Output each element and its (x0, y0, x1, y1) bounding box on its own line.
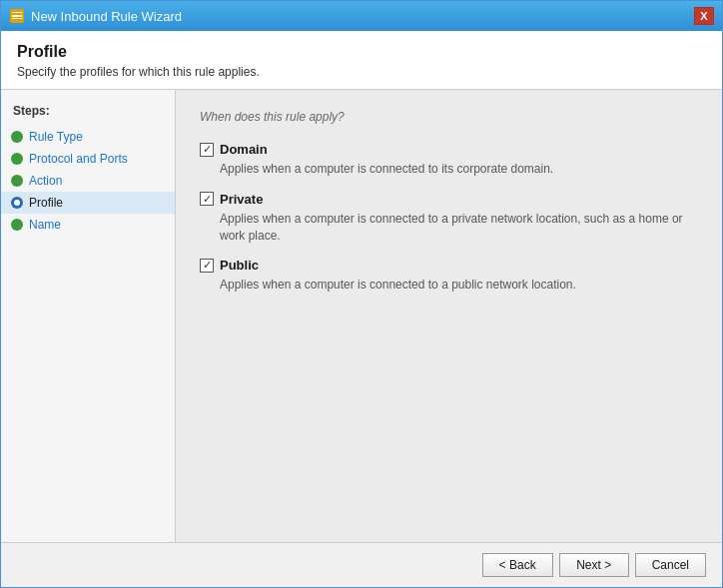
app-icon (9, 8, 25, 24)
sidebar-item-action[interactable]: Action (1, 170, 175, 192)
next-label: Next > (576, 558, 611, 572)
sidebar: Steps: Rule Type Protocol and Ports Acti… (1, 90, 176, 542)
titlebar-left: New Inbound Rule Wizard (9, 8, 182, 24)
svg-rect-2 (12, 18, 22, 19)
step-dot-rule-type (11, 131, 23, 143)
option-desc-private: Applies when a computer is connected to … (220, 211, 698, 245)
sidebar-item-name[interactable]: Name (1, 214, 175, 236)
option-group-public: Public Applies when a computer is connec… (200, 258, 698, 294)
option-desc-domain: Applies when a computer is connected to … (220, 161, 698, 178)
header-subtitle: Specify the profiles for which this rule… (17, 65, 706, 79)
checkbox-public[interactable] (200, 259, 214, 273)
sidebar-item-profile[interactable]: Profile (1, 192, 175, 214)
close-button[interactable]: X (694, 7, 714, 25)
back-button[interactable]: < Back (482, 553, 553, 577)
sidebar-label-action: Action (29, 174, 62, 188)
checkbox-private[interactable] (200, 192, 214, 206)
option-header-private: Private (200, 192, 698, 207)
sidebar-item-rule-type[interactable]: Rule Type (1, 126, 175, 148)
sidebar-label-profile: Profile (29, 196, 63, 210)
step-dot-name (11, 219, 23, 231)
checkbox-domain[interactable] (200, 143, 214, 157)
cancel-button[interactable]: Cancel (635, 553, 706, 577)
option-group-domain: Domain Applies when a computer is connec… (200, 142, 698, 178)
step-dot-inner-profile (14, 200, 20, 206)
footer: < Back Next > Cancel (1, 542, 722, 587)
next-button[interactable]: Next > (559, 553, 629, 577)
option-title-private: Private (220, 192, 263, 207)
option-header-public: Public (200, 258, 698, 273)
step-dot-profile (11, 197, 23, 209)
option-header-domain: Domain (200, 142, 698, 157)
cancel-label: Cancel (652, 558, 689, 572)
sidebar-label-name: Name (29, 218, 61, 232)
option-title-domain: Domain (220, 142, 268, 157)
steps-label: Steps: (1, 100, 175, 126)
titlebar: New Inbound Rule Wizard X (1, 1, 722, 31)
option-title-public: Public (220, 258, 259, 273)
step-dot-protocol-ports (11, 153, 23, 165)
header: Profile Specify the profiles for which t… (1, 31, 722, 90)
step-dot-action (11, 175, 23, 187)
svg-rect-3 (12, 12, 22, 13)
back-label: < Back (499, 558, 536, 572)
body: Steps: Rule Type Protocol and Ports Acti… (1, 90, 722, 542)
header-title: Profile (17, 43, 706, 61)
option-desc-public: Applies when a computer is connected to … (220, 277, 698, 294)
svg-rect-1 (12, 15, 22, 17)
sidebar-item-protocol-ports[interactable]: Protocol and Ports (1, 148, 175, 170)
sidebar-label-rule-type: Rule Type (29, 130, 83, 144)
question-text: When does this rule apply? (200, 110, 698, 124)
main-content: When does this rule apply? Domain Applie… (176, 90, 722, 542)
option-group-private: Private Applies when a computer is conne… (200, 192, 698, 245)
wizard-window: New Inbound Rule Wizard X Profile Specif… (0, 0, 723, 588)
window-title: New Inbound Rule Wizard (31, 9, 182, 24)
sidebar-label-protocol-ports: Protocol and Ports (29, 152, 128, 166)
